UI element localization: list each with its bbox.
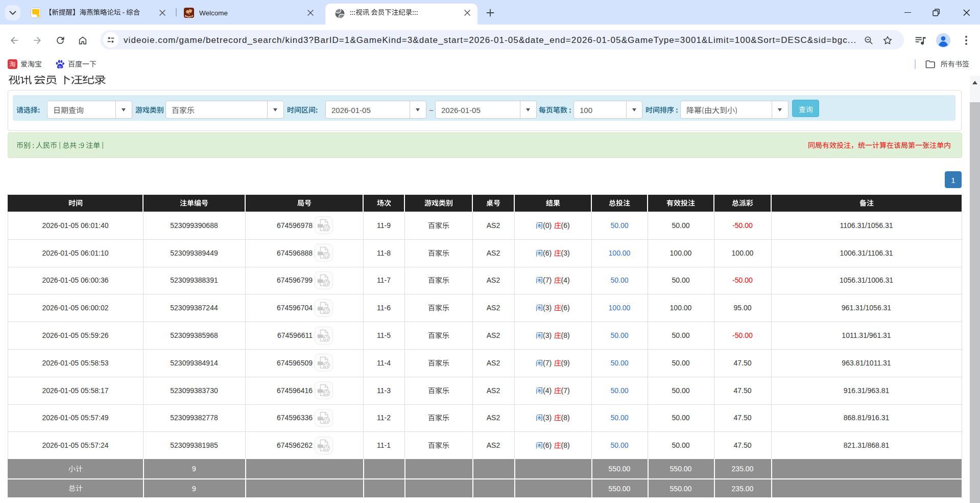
svg-text:du: du bbox=[58, 65, 61, 68]
